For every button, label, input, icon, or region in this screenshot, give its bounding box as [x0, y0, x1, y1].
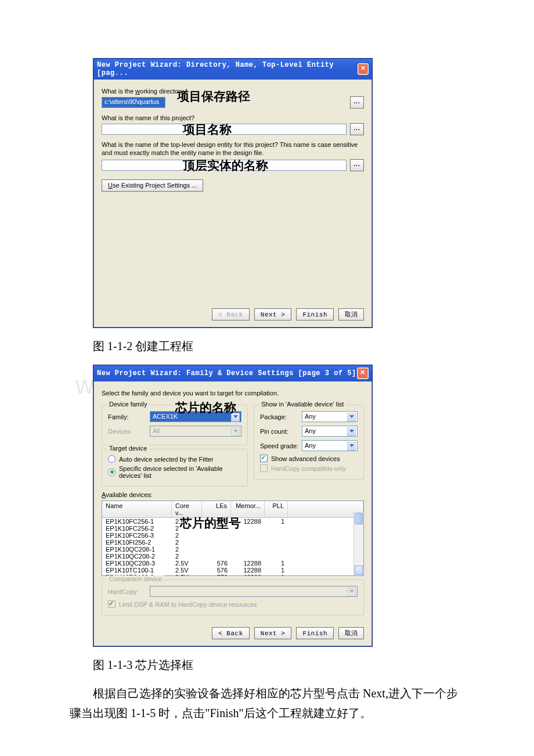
cell-core: 2 [172, 539, 202, 546]
back-button[interactable]: < Back [212, 308, 250, 321]
cell-les [202, 546, 231, 553]
col-pll[interactable]: PLL [265, 501, 288, 517]
next-button[interactable]: Next > [254, 627, 292, 639]
cell-mem [231, 539, 265, 546]
device-listview[interactable]: Name Core v... LEs Memor... PLL EP1K10FC… [102, 501, 364, 576]
project-name-input[interactable] [102, 124, 347, 135]
table-row[interactable]: EP1K10FI256-22 [102, 539, 363, 546]
radio-specific[interactable]: Specific device selected in 'Available d… [108, 465, 241, 479]
cell-name: EP1K10QC208-2 [102, 553, 172, 560]
devices-label: Devices: [108, 428, 150, 435]
scroll-down-icon[interactable] [355, 566, 363, 575]
cell-name: EP1K10TC100-1 [102, 567, 172, 574]
check-label: Show advanced devices [271, 455, 340, 462]
family-combo[interactable]: ACEX1K [150, 411, 241, 422]
cell-pll [265, 546, 288, 553]
cell-core: 2 [172, 532, 202, 539]
project-name-label: What is the name of this project? [102, 114, 364, 121]
pincount-combo[interactable]: Any [302, 426, 358, 437]
col-rest [288, 501, 363, 517]
cell-name: EP1K10FC256-3 [102, 532, 172, 539]
scrollbar[interactable] [353, 512, 363, 575]
checkbox-icon [260, 465, 268, 472]
cell-core: 2 [172, 553, 202, 560]
table-row[interactable]: EP1K10QC208-32.5V576122881 [102, 560, 363, 567]
back-button[interactable]: < Back [212, 627, 250, 639]
dialog-button-row: < Back Next > Finish 取消 [93, 621, 372, 646]
target-device-group: Target device Auto device selected by th… [102, 449, 248, 487]
close-icon[interactable]: ✕ [357, 368, 369, 379]
titlebar: New Project Wizard: Directory, Name, Top… [93, 59, 372, 80]
radio-icon [108, 469, 116, 476]
table-row[interactable]: EP1K10FC256-12.5V576122881 [102, 518, 363, 525]
wizard-dialog-device: New Project Wizard: Family & Device Sett… [93, 365, 373, 647]
use-existing-button[interactable]: Use Existing Project Settings ... [102, 179, 203, 192]
cell-mem [231, 532, 265, 539]
check-label: Limit DSP & RAM to HardCopy device resou… [119, 601, 257, 608]
cell-mem [231, 525, 265, 532]
table-row[interactable]: EP1K10QC208-22 [102, 553, 363, 560]
browse-button[interactable]: ... [350, 159, 364, 171]
table-row[interactable]: EP1K10FC256-22 [102, 525, 363, 532]
speed-combo[interactable]: Any [302, 440, 358, 451]
table-row[interactable]: EP1K10FC256-32 [102, 532, 363, 539]
devices-combo: All [150, 426, 241, 437]
device-family-group: Device family Family: ACEX1K Devices: Al… [102, 405, 248, 445]
cell-core: 2.5V [172, 560, 202, 567]
cell-mem: 12288 [231, 560, 265, 567]
body-paragraph: 根据自己选择的实验设备选择好相应的芯片型号点击 Next,进入下一个步骤当出现图… [70, 683, 464, 723]
table-row[interactable]: EP1K10TC100-12.5V576122881 [102, 567, 363, 574]
wizard-dialog-directory: New Project Wizard: Directory, Name, Top… [93, 58, 373, 328]
cell-les [202, 532, 231, 539]
listview-header: Name Core v... LEs Memor... PLL [102, 501, 363, 518]
radio-icon [108, 455, 116, 463]
cancel-button[interactable]: 取消 [338, 627, 364, 639]
checkbox-icon [260, 455, 268, 462]
toplevel-input[interactable] [102, 160, 347, 171]
cell-core: 2.5V [172, 518, 202, 525]
cell-pll [265, 532, 288, 539]
companion-device-group: Companion device HardCopy: Limit DSP & R… [102, 579, 364, 615]
family-label: Family: [108, 413, 150, 420]
browse-button[interactable]: ... [350, 96, 364, 109]
col-mem[interactable]: Memor... [231, 501, 265, 517]
cell-les: 576 [202, 518, 231, 525]
cell-pll [265, 553, 288, 560]
cell-les: 576 [202, 560, 231, 567]
checkbox-icon [108, 600, 116, 608]
finish-button[interactable]: Finish [296, 308, 334, 321]
package-combo[interactable]: Any [302, 411, 358, 422]
close-icon[interactable]: ✕ [358, 63, 369, 75]
check-hardcopy-only: HardCopy compatible only [260, 465, 358, 472]
cancel-button[interactable]: 取消 [338, 308, 364, 321]
working-dir-input[interactable]: c:\altera\90\quartus [102, 97, 165, 108]
cell-mem [231, 546, 265, 553]
cell-mem: 12288 [231, 567, 265, 574]
hardcopy-label: HardCopy: [108, 588, 150, 595]
browse-button[interactable]: ... [350, 123, 364, 135]
cell-core: 2.5V [172, 574, 202, 576]
cell-name: EP1K10FI256-2 [102, 539, 172, 546]
working-dir-row: c:\altera\90\quartus ... 项目保存路径 [102, 96, 364, 109]
toplevel-row: ... 顶层实体的名称 [102, 159, 364, 171]
instruction-label: Select the family and device you want to… [102, 390, 364, 397]
check-label: HardCopy compatible only [271, 465, 346, 472]
col-les[interactable]: LEs [202, 501, 231, 517]
pincount-label: Pin count: [260, 428, 302, 435]
finish-button[interactable]: Finish [296, 627, 334, 639]
cell-mem: 12288 [231, 518, 265, 525]
next-button[interactable]: Next > [254, 308, 292, 321]
col-core[interactable]: Core v... [172, 501, 202, 517]
titlebar: New Project Wizard: Family & Device Sett… [93, 365, 372, 381]
listview-body: EP1K10FC256-12.5V576122881EP1K10FC256-22… [102, 518, 363, 576]
cell-pll [265, 525, 288, 532]
col-name[interactable]: Name [102, 501, 172, 517]
table-row[interactable]: EP1K10QC208-12 [102, 546, 363, 553]
top-row: Device family Family: ACEX1K Devices: Al… [102, 401, 364, 487]
cell-pll: 1 [265, 518, 288, 525]
project-name-row: ... 项目名称 [102, 123, 364, 135]
cell-pll: 1 [265, 567, 288, 574]
radio-auto[interactable]: Auto device selected by the Fitter [108, 455, 241, 463]
scroll-thumb[interactable] [355, 513, 363, 524]
check-advanced[interactable]: Show advanced devices [260, 455, 358, 462]
